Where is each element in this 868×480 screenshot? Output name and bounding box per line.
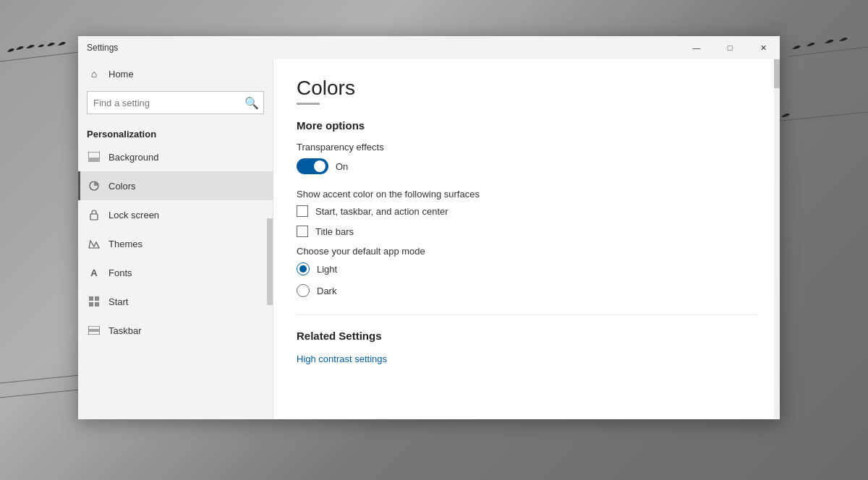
related-settings-title: Related Settings: [297, 330, 757, 342]
start-icon: [87, 294, 101, 309]
svg-rect-11: [89, 302, 93, 307]
lock-screen-label: Lock screen: [109, 210, 159, 220]
minimize-button[interactable]: —: [680, 36, 713, 59]
fonts-label: Fonts: [109, 267, 132, 278]
taskbar-label: Taskbar: [109, 325, 142, 336]
more-options-title: More options: [297, 119, 757, 132]
sidebar-item-start[interactable]: Start: [78, 287, 273, 316]
main-content: Colors More options Transparency effects…: [273, 59, 780, 419]
window-title: Settings: [87, 43, 118, 53]
nav-home[interactable]: ⌂ Home: [78, 59, 273, 88]
home-label: Home: [109, 69, 134, 80]
page-title-underline: [297, 103, 320, 105]
maximize-button[interactable]: □: [713, 36, 746, 59]
search-input[interactable]: [88, 98, 240, 108]
sidebar-item-lock-screen[interactable]: Lock screen: [78, 200, 273, 229]
home-icon: ⌂: [87, 67, 101, 81]
light-radio-row[interactable]: Light: [297, 262, 757, 275]
lock-screen-icon: [87, 207, 101, 222]
search-box: 🔍: [87, 91, 264, 114]
colors-icon: [87, 179, 101, 193]
svg-rect-9: [89, 296, 93, 301]
fonts-icon: A: [87, 265, 101, 280]
dark-radio-row[interactable]: Dark: [297, 284, 757, 297]
colors-label: Colors: [109, 181, 136, 192]
close-button[interactable]: ✕: [746, 36, 780, 59]
start-label: Start: [109, 296, 128, 307]
svg-rect-8: [90, 214, 98, 220]
transparency-toggle-row: On: [297, 158, 757, 174]
start-taskbar-checkbox-row[interactable]: Start, taskbar, and action center: [297, 205, 757, 217]
sidebar: ⌂ Home 🔍 Personalization Background: [78, 59, 273, 419]
svg-line-0: [0, 52, 80, 61]
transparency-label: Transparency effects: [297, 142, 757, 153]
high-contrast-link[interactable]: High contrast settings: [297, 353, 387, 364]
sidebar-item-background[interactable]: Background: [78, 142, 273, 171]
app-mode-label: Choose your default app mode: [297, 246, 757, 257]
more-options-section: More options Transparency effects On Sho…: [297, 119, 757, 297]
window-controls: — □ ✕: [680, 36, 780, 59]
start-taskbar-label: Start, taskbar, and action center: [315, 206, 448, 217]
search-icon[interactable]: 🔍: [240, 91, 263, 114]
page-title: Colors: [297, 77, 757, 100]
themes-icon: [87, 236, 101, 251]
svg-rect-6: [88, 158, 100, 162]
svg-rect-14: [88, 326, 100, 330]
light-radio[interactable]: [297, 262, 310, 275]
settings-window: Settings — □ ✕ ⌂ Home 🔍 Personalization: [78, 36, 780, 419]
svg-rect-12: [95, 302, 99, 307]
scrollbar-track: [774, 59, 780, 419]
dark-radio-label: Dark: [317, 286, 336, 296]
light-radio-label: Light: [317, 264, 337, 275]
themes-label: Themes: [109, 239, 142, 249]
svg-rect-13: [88, 331, 100, 335]
svg-rect-10: [95, 296, 99, 301]
accent-surfaces-label: Show accent color on the following surfa…: [297, 189, 757, 200]
toggle-thumb: [314, 160, 326, 172]
title-bars-checkbox-row[interactable]: Title bars: [297, 226, 757, 237]
sidebar-item-taskbar[interactable]: Taskbar: [78, 316, 273, 345]
section-divider: [297, 314, 757, 315]
scrollbar-thumb[interactable]: [774, 59, 780, 88]
background-icon: [87, 150, 101, 164]
main-inner: Colors More options Transparency effects…: [273, 59, 780, 382]
transparency-toggle[interactable]: [297, 158, 328, 174]
sidebar-item-fonts[interactable]: A Fonts: [78, 258, 273, 287]
sidebar-item-themes[interactable]: Themes: [78, 229, 273, 258]
taskbar-icon: [87, 323, 101, 338]
title-bar: Settings — □ ✕: [78, 36, 780, 59]
toggle-on-label: On: [336, 161, 348, 172]
sidebar-item-colors[interactable]: Colors: [78, 171, 273, 200]
title-bars-label: Title bars: [315, 226, 354, 237]
window-body: ⌂ Home 🔍 Personalization Background: [78, 59, 780, 419]
sidebar-scrollbar: [267, 218, 273, 305]
personalization-label: Personalization: [78, 123, 273, 142]
background-label: Background: [109, 152, 158, 163]
svg-line-1: [788, 47, 868, 56]
start-taskbar-checkbox[interactable]: [297, 205, 308, 217]
dark-radio[interactable]: [297, 284, 310, 297]
related-settings-section: Related Settings High contrast settings: [297, 330, 757, 365]
title-bars-checkbox[interactable]: [297, 226, 308, 237]
